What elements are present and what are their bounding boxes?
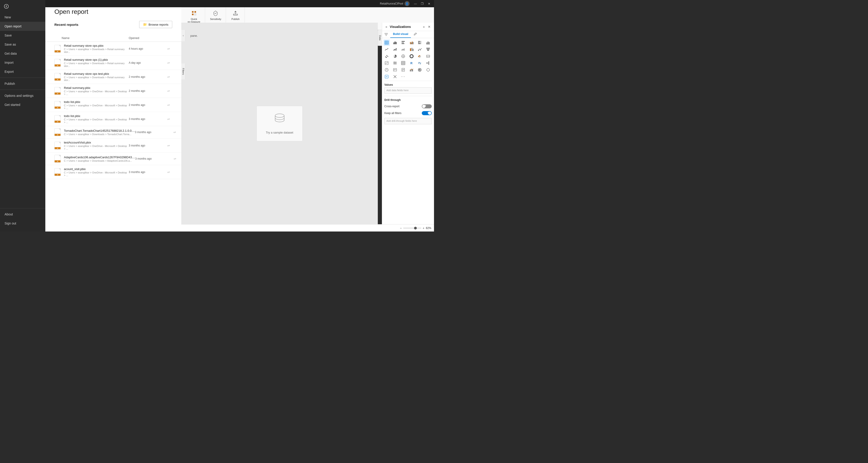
viz-icon-shape-map[interactable] xyxy=(425,67,431,73)
viz-icon-filled-map[interactable] xyxy=(416,67,423,73)
viz-icon-stacked-bar[interactable] xyxy=(400,39,406,46)
viz-icon-scatter[interactable] xyxy=(383,53,390,59)
window-controls: — ❐ ✕ xyxy=(412,1,432,6)
avatar[interactable]: 👤 xyxy=(405,1,409,6)
filters-tab-vertical[interactable]: Filters xyxy=(181,63,185,79)
sidebar-item-open-report[interactable]: Open report xyxy=(0,22,45,31)
ribbon-btn-publish[interactable]: Publish xyxy=(229,9,242,22)
tab-build-visual[interactable]: Build visual xyxy=(390,31,411,38)
viz-icon-waterfall[interactable] xyxy=(416,46,423,53)
filters-icon[interactable] xyxy=(384,32,389,37)
cross-report-toggle[interactable]: Off xyxy=(422,104,432,108)
sidebar-item-options-settings[interactable]: Options and settings xyxy=(0,91,45,100)
svg-rect-17 xyxy=(402,42,404,43)
data-tab-vertical[interactable]: Data xyxy=(378,30,382,46)
viz-icon-r[interactable]: R xyxy=(408,60,415,66)
browse-reports-button[interactable]: 📁 Browse reports xyxy=(139,21,172,28)
viz-icon-table[interactable] xyxy=(383,39,390,46)
sidebar-item-about[interactable]: About xyxy=(0,210,45,219)
viz-icon-line-clustered[interactable] xyxy=(400,46,406,53)
zoom-plus-btn[interactable]: + xyxy=(423,226,425,230)
report-list-item[interactable]: d Retail summary store ops test.pbix C >… xyxy=(45,70,181,84)
viz-icon-slicer[interactable] xyxy=(392,60,398,66)
viz-icon-matrix[interactable] xyxy=(400,60,406,66)
pin-icon[interactable]: ⇌ xyxy=(165,89,172,93)
viz-icon-kpi[interactable] xyxy=(383,60,390,66)
viz-icon-area[interactable] xyxy=(392,46,398,53)
viz-icon-donut[interactable] xyxy=(408,53,415,59)
viz-icon-funnel[interactable] xyxy=(425,46,431,53)
report-list-item[interactable]: d todo list.pbix C > Users > asanglikar … xyxy=(45,98,181,112)
viz-icon-python[interactable]: Py xyxy=(416,60,423,66)
pin-icon[interactable]: ⇌ xyxy=(165,75,172,79)
viz-icon-100pct-bar[interactable] xyxy=(416,39,423,46)
viz-icon-azure-map[interactable] xyxy=(383,74,390,80)
sidebar-item-get-started[interactable]: Get started xyxy=(0,100,45,109)
tab-format[interactable] xyxy=(411,31,420,38)
back-button[interactable] xyxy=(2,2,11,11)
left-collapse-btn[interactable]: ‹ xyxy=(181,30,185,41)
viz-icon-gauge[interactable] xyxy=(416,53,423,59)
pin-icon[interactable]: ⇌ xyxy=(165,117,172,121)
viz-icon-column[interactable] xyxy=(425,39,431,46)
sample-dataset-text[interactable]: Try a sample dataset xyxy=(266,131,293,134)
viz-icon-ribbon[interactable] xyxy=(408,46,415,53)
viz-icon-custom[interactable] xyxy=(392,74,398,80)
svg-rect-37 xyxy=(410,48,411,51)
cross-report-row: Cross-report Off xyxy=(382,103,434,110)
zoom-minus-btn[interactable]: − xyxy=(400,226,402,230)
file-corner xyxy=(59,142,61,144)
pin-icon[interactable]: ⇌ xyxy=(171,157,179,161)
pin-icon[interactable]: ⇌ xyxy=(165,170,172,174)
report-list-item[interactable]: d testAccountVisit.pbix C > Users > asan… xyxy=(45,139,181,153)
pin-icon[interactable]: ⇌ xyxy=(165,61,172,65)
drill-through-input[interactable]: Add drill-through fields here xyxy=(384,118,432,124)
pin-icon[interactable]: ⇌ xyxy=(171,131,178,134)
report-list-item[interactable]: d TornadoChart.TornadoChart1452517688218… xyxy=(45,126,181,139)
sidebar-item-export[interactable]: Export xyxy=(0,67,45,76)
viz-icon-bar-combo[interactable] xyxy=(408,67,415,73)
minimize-button[interactable]: — xyxy=(412,1,418,6)
keep-all-filters-toggle[interactable]: On xyxy=(422,111,432,115)
viz-icon-card[interactable]: 123 xyxy=(425,53,431,59)
restore-button[interactable]: ❐ xyxy=(419,1,425,6)
ribbon-btn-quick-measure[interactable]: Quickre measure xyxy=(186,9,202,25)
sidebar-item-save-as[interactable]: Save as xyxy=(0,40,45,49)
sidebar-item-import[interactable]: Import xyxy=(0,58,45,67)
zoom-thumb[interactable] xyxy=(414,227,417,229)
pin-icon[interactable]: ⇌ xyxy=(165,144,172,147)
sidebar-item-sign-out[interactable]: Sign out xyxy=(0,219,45,228)
values-input[interactable]: Add data fields here xyxy=(384,87,432,94)
viz-icon-line[interactable] xyxy=(383,46,390,53)
viz-icon-paginated[interactable] xyxy=(400,67,406,73)
viz-icon-more[interactable]: ··· xyxy=(400,74,406,80)
report-list-item[interactable]: d Retail summary.pbix C > Users > asangl… xyxy=(45,84,181,98)
report-list-item[interactable]: d Retail summary store ops (1).pbix C > … xyxy=(45,56,181,70)
viz-icon-clustered-bar[interactable] xyxy=(408,39,415,46)
sidebar-item-new[interactable]: New xyxy=(0,13,45,22)
viz-icon-bar[interactable] xyxy=(392,39,398,46)
sidebar-item-save[interactable]: Save xyxy=(0,31,45,40)
viz-icon-decomp-tree[interactable] xyxy=(425,60,431,66)
file-icon: d xyxy=(54,87,61,95)
report-list-item[interactable]: d AdaptiveCards106.adaptiveCards1267F9A0… xyxy=(45,153,181,165)
ribbon-btn-sensitivity[interactable]: Sensitivity xyxy=(208,9,223,22)
sidebar-item-get-data[interactable]: Get data xyxy=(0,49,45,58)
viz-icon-qa[interactable]: ? xyxy=(383,67,390,73)
viz-close-btn[interactable]: ✕ xyxy=(427,25,432,29)
close-button[interactable]: ✕ xyxy=(426,1,432,6)
viz-collapse-left-btn[interactable]: « xyxy=(384,25,389,29)
viz-icon-map[interactable] xyxy=(400,53,406,59)
pin-icon[interactable]: ⇌ xyxy=(165,47,172,51)
browse-reports-label: Browse reports xyxy=(149,23,168,26)
svg-line-79 xyxy=(427,63,428,64)
report-list-item[interactable]: d Retail summary store ops.pbix C > User… xyxy=(45,42,181,56)
viz-expand-btn[interactable]: » xyxy=(422,25,426,29)
viz-icon-pie[interactable] xyxy=(392,53,398,59)
viz-icon-smart-narrative[interactable] xyxy=(392,67,398,73)
report-list-item[interactable]: d acount_visit.pbix C > Users > asanglik… xyxy=(45,165,181,179)
zoom-slider[interactable] xyxy=(403,228,421,229)
report-list-item[interactable]: d todo list.pbix C > Users > asanglikar … xyxy=(45,112,181,126)
pin-icon[interactable]: ⇌ xyxy=(165,103,172,107)
sidebar-item-publish[interactable]: Publish xyxy=(0,79,45,88)
